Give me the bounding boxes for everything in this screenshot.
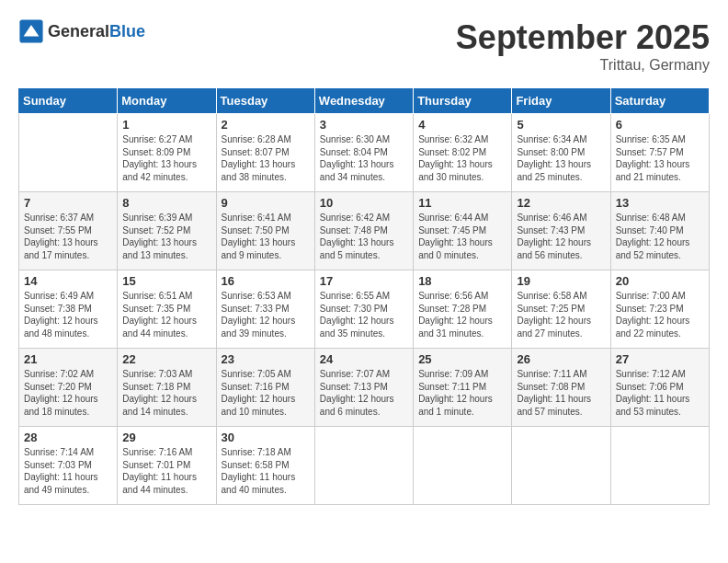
calendar-cell: 25Sunrise: 7:09 AMSunset: 7:11 PMDayligh…	[414, 349, 512, 427]
calendar-cell: 22Sunrise: 7:03 AMSunset: 7:18 PMDayligh…	[118, 349, 216, 427]
calendar-cell: 29Sunrise: 7:16 AMSunset: 7:01 PMDayligh…	[118, 427, 216, 505]
calendar-cell: 27Sunrise: 7:12 AMSunset: 7:06 PMDayligh…	[610, 349, 709, 427]
month-title: September 2025	[456, 18, 710, 57]
col-sunday: Sunday	[19, 88, 118, 114]
day-info: Sunrise: 6:42 AMSunset: 7:48 PMDaylight:…	[320, 212, 408, 261]
calendar-cell: 26Sunrise: 7:11 AMSunset: 7:08 PMDayligh…	[512, 349, 610, 427]
day-number: 16	[222, 274, 310, 288]
calendar-cell: 4Sunrise: 6:32 AMSunset: 8:02 PMDaylight…	[414, 114, 512, 192]
day-number: 11	[418, 196, 506, 210]
day-number: 6	[616, 118, 704, 132]
day-info: Sunrise: 6:35 AMSunset: 7:57 PMDaylight:…	[616, 133, 704, 183]
calendar-cell: 20Sunrise: 7:00 AMSunset: 7:23 PMDayligh…	[610, 270, 709, 349]
calendar-cell: 17Sunrise: 6:55 AMSunset: 7:30 PMDayligh…	[314, 270, 413, 349]
calendar-cell: 1Sunrise: 6:27 AMSunset: 8:09 PMDaylight…	[118, 114, 216, 192]
calendar-cell: 6Sunrise: 6:35 AMSunset: 7:57 PMDaylight…	[610, 114, 709, 192]
calendar-week-4: 21Sunrise: 7:02 AMSunset: 7:20 PMDayligh…	[19, 349, 710, 427]
day-info: Sunrise: 7:00 AMSunset: 7:23 PMDaylight:…	[616, 290, 704, 339]
day-number: 3	[320, 118, 408, 132]
day-info: Sunrise: 6:37 AMSunset: 7:55 PMDaylight:…	[24, 212, 112, 261]
calendar-cell: 18Sunrise: 6:56 AMSunset: 7:28 PMDayligh…	[414, 270, 512, 349]
day-info: Sunrise: 6:32 AMSunset: 8:02 PMDaylight:…	[418, 133, 506, 183]
day-number: 18	[418, 274, 506, 288]
col-monday: Monday	[118, 88, 216, 114]
day-info: Sunrise: 6:55 AMSunset: 7:30 PMDaylight:…	[320, 290, 408, 339]
day-number: 25	[418, 352, 506, 366]
calendar-cell: 2Sunrise: 6:28 AMSunset: 8:07 PMDaylight…	[216, 114, 314, 192]
day-number: 12	[517, 196, 605, 210]
calendar-cell: 8Sunrise: 6:39 AMSunset: 7:52 PMDaylight…	[118, 192, 216, 270]
calendar-cell: 14Sunrise: 6:49 AMSunset: 7:38 PMDayligh…	[19, 270, 118, 349]
day-number: 2	[222, 118, 310, 132]
day-number: 9	[222, 196, 310, 210]
day-info: Sunrise: 6:39 AMSunset: 7:52 PMDaylight:…	[122, 212, 210, 261]
day-number: 14	[24, 274, 112, 288]
day-number: 20	[616, 274, 704, 288]
day-info: Sunrise: 6:30 AMSunset: 8:04 PMDaylight:…	[320, 133, 408, 183]
col-friday: Friday	[512, 88, 610, 114]
day-info: Sunrise: 7:02 AMSunset: 7:20 PMDaylight:…	[24, 368, 112, 418]
day-info: Sunrise: 6:51 AMSunset: 7:35 PMDaylight:…	[122, 290, 210, 339]
day-number: 22	[122, 352, 210, 366]
calendar-cell: 19Sunrise: 6:58 AMSunset: 7:25 PMDayligh…	[512, 270, 610, 349]
calendar-week-2: 7Sunrise: 6:37 AMSunset: 7:55 PMDaylight…	[19, 192, 710, 270]
calendar-cell: 7Sunrise: 6:37 AMSunset: 7:55 PMDaylight…	[19, 192, 118, 270]
day-number: 4	[418, 118, 506, 132]
day-number: 1	[122, 118, 210, 132]
day-info: Sunrise: 7:12 AMSunset: 7:06 PMDaylight:…	[616, 368, 704, 418]
calendar-table: Sunday Monday Tuesday Wednesday Thursday…	[18, 87, 710, 505]
calendar-cell	[610, 427, 709, 505]
day-number: 13	[616, 196, 704, 210]
day-number: 5	[517, 118, 605, 132]
day-number: 8	[122, 196, 210, 210]
day-info: Sunrise: 6:46 AMSunset: 7:43 PMDaylight:…	[517, 212, 605, 261]
logo-general: General	[48, 22, 109, 40]
day-info: Sunrise: 6:48 AMSunset: 7:40 PMDaylight:…	[616, 212, 704, 261]
day-number: 27	[616, 352, 704, 366]
calendar-cell: 12Sunrise: 6:46 AMSunset: 7:43 PMDayligh…	[512, 192, 610, 270]
col-thursday: Thursday	[414, 88, 512, 114]
calendar-week-5: 28Sunrise: 7:14 AMSunset: 7:03 PMDayligh…	[19, 427, 710, 505]
day-info: Sunrise: 6:49 AMSunset: 7:38 PMDaylight:…	[24, 290, 112, 339]
calendar-cell	[19, 114, 118, 192]
calendar-cell: 21Sunrise: 7:02 AMSunset: 7:20 PMDayligh…	[19, 349, 118, 427]
day-number: 29	[122, 431, 210, 444]
calendar-cell: 3Sunrise: 6:30 AMSunset: 8:04 PMDaylight…	[314, 114, 413, 192]
day-number: 7	[24, 196, 112, 210]
calendar-cell: 10Sunrise: 6:42 AMSunset: 7:48 PMDayligh…	[314, 192, 413, 270]
calendar-cell: 15Sunrise: 6:51 AMSunset: 7:35 PMDayligh…	[118, 270, 216, 349]
calendar-week-3: 14Sunrise: 6:49 AMSunset: 7:38 PMDayligh…	[19, 270, 710, 349]
day-info: Sunrise: 7:03 AMSunset: 7:18 PMDaylight:…	[122, 368, 210, 418]
calendar-cell: 28Sunrise: 7:14 AMSunset: 7:03 PMDayligh…	[19, 427, 118, 505]
page-header: GeneralBlue September 2025 Trittau, Germ…	[18, 18, 710, 74]
calendar-week-1: 1Sunrise: 6:27 AMSunset: 8:09 PMDaylight…	[19, 114, 710, 192]
day-info: Sunrise: 6:41 AMSunset: 7:50 PMDaylight:…	[222, 212, 310, 261]
title-block: September 2025 Trittau, Germany	[456, 18, 710, 74]
day-info: Sunrise: 7:07 AMSunset: 7:13 PMDaylight:…	[320, 368, 408, 418]
day-info: Sunrise: 6:28 AMSunset: 8:07 PMDaylight:…	[222, 133, 310, 183]
day-info: Sunrise: 7:14 AMSunset: 7:03 PMDaylight:…	[24, 446, 112, 496]
day-info: Sunrise: 6:56 AMSunset: 7:28 PMDaylight:…	[418, 290, 506, 339]
calendar-cell: 5Sunrise: 6:34 AMSunset: 8:00 PMDaylight…	[512, 114, 610, 192]
day-info: Sunrise: 6:34 AMSunset: 8:00 PMDaylight:…	[517, 133, 605, 183]
location-title: Trittau, Germany	[456, 57, 710, 74]
day-info: Sunrise: 6:44 AMSunset: 7:45 PMDaylight:…	[418, 212, 506, 261]
logo: GeneralBlue	[18, 18, 145, 44]
calendar-cell: 16Sunrise: 6:53 AMSunset: 7:33 PMDayligh…	[216, 270, 314, 349]
col-saturday: Saturday	[610, 88, 709, 114]
day-number: 17	[320, 274, 408, 288]
logo-text: GeneralBlue	[48, 22, 145, 41]
day-number: 19	[517, 274, 605, 288]
day-info: Sunrise: 6:58 AMSunset: 7:25 PMDaylight:…	[517, 290, 605, 339]
calendar-cell	[512, 427, 610, 505]
logo-icon	[18, 18, 44, 44]
col-tuesday: Tuesday	[216, 88, 314, 114]
calendar-cell	[314, 427, 413, 505]
calendar-cell: 13Sunrise: 6:48 AMSunset: 7:40 PMDayligh…	[610, 192, 709, 270]
day-info: Sunrise: 6:27 AMSunset: 8:09 PMDaylight:…	[122, 133, 210, 183]
calendar-cell: 24Sunrise: 7:07 AMSunset: 7:13 PMDayligh…	[314, 349, 413, 427]
logo-blue: Blue	[109, 22, 145, 40]
day-info: Sunrise: 7:11 AMSunset: 7:08 PMDaylight:…	[517, 368, 605, 418]
calendar-header-row: Sunday Monday Tuesday Wednesday Thursday…	[19, 88, 710, 114]
calendar-cell: 9Sunrise: 6:41 AMSunset: 7:50 PMDaylight…	[216, 192, 314, 270]
